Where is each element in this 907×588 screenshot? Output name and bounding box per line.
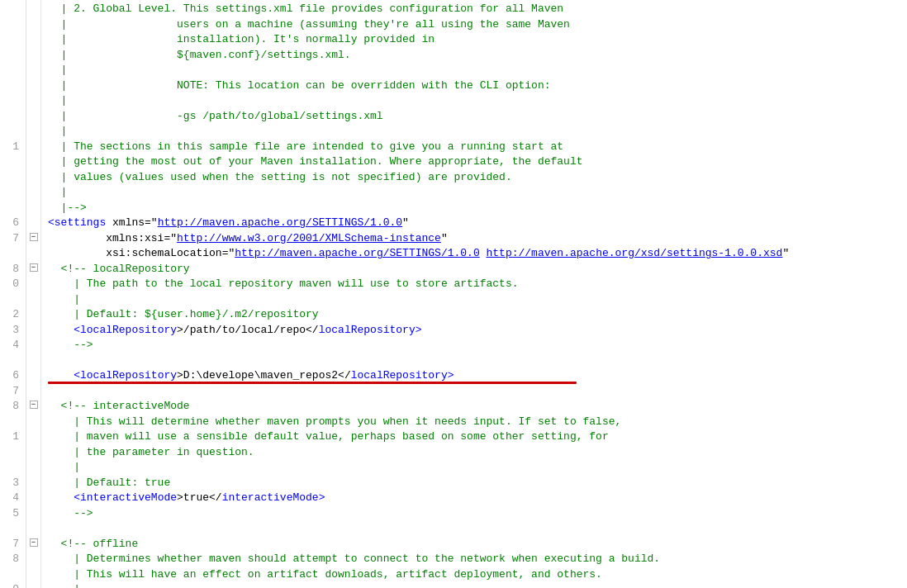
code-line: <settings xmlns="http://maven.apache.org… [48, 216, 907, 231]
code-line: | getting the most out of your Maven ins… [48, 154, 907, 170]
line-number [7, 2, 19, 17]
code-line: | Default: true [48, 476, 907, 491]
code-line: | [48, 460, 907, 476]
line-number: 7 [7, 384, 19, 400]
line-number: 6 [7, 216, 19, 231]
line-number [7, 154, 19, 170]
code-line: | maven will use a sensible default valu… [48, 429, 907, 445]
code-line: xmlns:xsi="http://www.w3.org/2001/XMLSch… [48, 231, 907, 247]
code-line: | The sections in this sample file are i… [48, 140, 907, 155]
line-number [7, 415, 19, 430]
code-line: | Default: ${user.home}/.m2/repository [48, 307, 907, 323]
collapse-button[interactable]: − [30, 263, 38, 272]
line-number: 4 [7, 338, 19, 353]
line-number [7, 124, 19, 140]
code-line: | 2. Global Level. This settings.xml fil… [48, 2, 907, 17]
line-number [7, 109, 19, 125]
code-line: | [48, 93, 907, 109]
code-line [48, 384, 907, 400]
line-number [7, 48, 19, 64]
code-line: | This will determine whether maven prom… [48, 415, 907, 430]
code-line: | NOTE: This location can be overridden … [48, 78, 907, 94]
line-number [7, 93, 19, 109]
code-line: |--> [48, 201, 907, 216]
line-number: 7 [7, 537, 19, 552]
code-line: <interactiveMode>true</interactiveMode> [48, 491, 907, 506]
code-area: | 2. Global Level. This settings.xml fil… [41, 0, 907, 588]
line-number [7, 521, 19, 537]
collapse-button[interactable]: − [30, 401, 38, 409]
line-number [7, 170, 19, 186]
line-number [7, 63, 19, 78]
code-line: | values (values used when the setting i… [48, 170, 907, 186]
code-line: <!-- offline [48, 537, 907, 552]
line-number [7, 292, 19, 308]
code-line [48, 353, 907, 369]
line-number: 4 [7, 491, 19, 506]
code-line: | -gs /path/to/global/settings.xml [48, 109, 907, 125]
code-line: <localRepository>/path/to/local/repo</lo… [48, 323, 907, 339]
line-number: 1 [7, 140, 19, 155]
line-number: 7 [7, 231, 19, 247]
code-line: <localRepository>D:\develope\maven_repos… [48, 368, 907, 384]
line-number [7, 78, 19, 94]
line-number [7, 445, 19, 461]
code-line: | [48, 582, 907, 588]
line-number: 8 [7, 552, 19, 567]
code-line: | ${maven.conf}/settings.xml. [48, 48, 907, 64]
collapse-gutter: −−−− [26, 0, 41, 588]
code-line: --> [48, 338, 907, 353]
code-line: | This will have an effect on artifact d… [48, 567, 907, 583]
code-line: <!-- interactiveMode [48, 399, 907, 415]
code-line: | The path to the local repository maven… [48, 277, 907, 292]
line-number: 6 [7, 368, 19, 384]
line-number: 8 [7, 399, 19, 415]
line-number: 1 [7, 429, 19, 445]
code-line: | [48, 124, 907, 140]
code-line: | [48, 63, 907, 78]
line-number: 2 [7, 307, 19, 323]
code-line: | [48, 292, 907, 308]
line-numbers: 167802346781345780 [0, 0, 26, 588]
code-line: --> [48, 506, 907, 522]
line-number: 8 [7, 262, 19, 277]
code-line [48, 521, 907, 537]
line-number [7, 201, 19, 216]
line-number [7, 185, 19, 201]
line-number: 0 [7, 277, 19, 292]
line-number: 0 [7, 582, 19, 588]
code-line: xsi:schemaLocation="http://maven.apache.… [48, 246, 907, 262]
code-line: | users on a machine (assuming they're a… [48, 17, 907, 33]
line-number: 5 [7, 506, 19, 522]
line-number [7, 32, 19, 48]
code-line: | installation). It's normally provided … [48, 32, 907, 48]
code-line: | Determines whether maven should attemp… [48, 552, 907, 567]
collapse-button[interactable]: − [30, 538, 38, 547]
line-number: 3 [7, 476, 19, 491]
code-line: | the parameter in question. [48, 445, 907, 461]
code-line: | [48, 185, 907, 201]
line-number [7, 567, 19, 583]
line-number [7, 17, 19, 33]
collapse-button[interactable]: − [30, 233, 38, 241]
code-line: <!-- localRepository [48, 262, 907, 277]
line-number [7, 246, 19, 262]
line-number [7, 353, 19, 369]
editor-container: 167802346781345780 −−−− | 2. Global Leve… [0, 0, 907, 588]
line-number: 3 [7, 323, 19, 339]
line-number [7, 460, 19, 476]
